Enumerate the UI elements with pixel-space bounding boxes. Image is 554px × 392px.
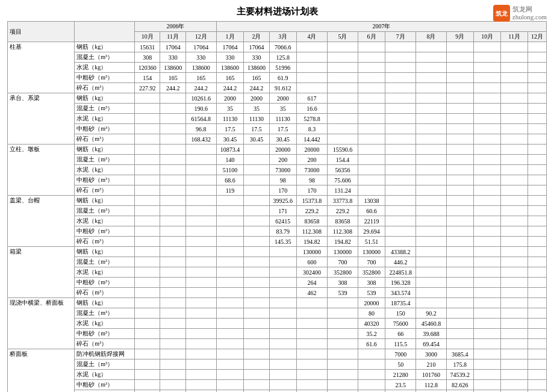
cell-value: 330 — [216, 52, 243, 63]
cell-value — [244, 339, 269, 349]
cell-value: 244.2 — [216, 83, 243, 93]
cell-value — [446, 73, 473, 83]
cell-value: 11130 — [244, 114, 269, 124]
cell-value — [528, 237, 546, 247]
cell-value: 170 — [296, 185, 327, 196]
cell-value — [244, 329, 269, 339]
table-row: 盖梁、台帽钢筋（kg）39925.615373.833773.813038 — [8, 196, 547, 206]
cell-value — [135, 185, 160, 196]
th-11b: 11月 — [501, 32, 528, 42]
cell-value: 17.5 — [244, 124, 269, 134]
section-name: 柱基 — [8, 42, 75, 93]
cell-value — [473, 155, 500, 165]
cell-value — [446, 175, 473, 185]
cell-value — [269, 257, 296, 267]
cell-value: 190.6 — [185, 104, 216, 114]
cell-value: 10873.4 — [216, 145, 243, 155]
cell-value — [135, 237, 160, 247]
cell-value — [358, 145, 385, 155]
cell-value — [216, 196, 243, 206]
cell-value — [327, 104, 358, 114]
cell-value — [185, 339, 216, 349]
cell-value — [501, 196, 528, 206]
cell-value — [446, 329, 473, 339]
cell-value: 61564.8 — [185, 114, 216, 124]
item-label: 中粗砂（m³） — [75, 175, 135, 185]
cell-value: 15373.8 — [296, 196, 327, 206]
section-name: 现浇中横梁、桥面板 — [8, 298, 75, 349]
section-name: 承台、系梁 — [8, 93, 75, 145]
cell-value — [185, 226, 216, 237]
item-label: 碎石（m³） — [75, 185, 135, 196]
cell-value: 112.308 — [327, 226, 358, 237]
cell-value — [358, 349, 385, 359]
cell-value — [135, 298, 160, 308]
cell-value — [473, 114, 500, 124]
cell-value — [528, 165, 546, 175]
cell-value — [473, 42, 500, 52]
cell-value: 17064 — [244, 42, 269, 52]
cell-value — [473, 52, 500, 63]
cell-value — [358, 104, 385, 114]
cell-value — [385, 196, 416, 206]
cell-value — [216, 339, 243, 349]
cell-value: 10261.6 — [185, 93, 216, 104]
cell-value: 539 — [327, 288, 358, 298]
cell-value — [358, 370, 385, 380]
cell-value: 83658 — [296, 216, 327, 226]
cell-value — [385, 134, 416, 145]
cell-value: 82.626 — [446, 380, 473, 390]
cell-value — [244, 359, 269, 370]
cell-value — [501, 145, 528, 155]
cell-value — [416, 93, 446, 104]
cell-value: 62415 — [269, 216, 296, 226]
item-label: 中粗砂（m³） — [75, 226, 135, 237]
cell-value: 2000 — [216, 93, 243, 104]
item-label: 中粗砂（m³） — [75, 278, 135, 288]
cell-value: 14.442 — [296, 134, 327, 145]
cell-value: 15590.6 — [327, 145, 358, 155]
cell-value — [358, 63, 385, 73]
cell-value: 229.2 — [327, 206, 358, 216]
cell-value — [473, 124, 500, 134]
cell-value — [135, 114, 160, 124]
item-label: 碎石（m³） — [75, 83, 135, 93]
cell-value — [416, 216, 446, 226]
main-table: 项目 2006年 2007年 10月 11月 12月 1月 2月 3月 4月 5… — [7, 21, 547, 392]
cell-value — [135, 124, 160, 134]
table-row: 碎石（m³）40.5194.4142.398 — [8, 390, 547, 393]
cell-value — [501, 247, 528, 257]
cell-value — [385, 73, 416, 83]
table-row: 碎石（m³）168.43230.4530.4530.4514.442 — [8, 134, 547, 145]
cell-value — [244, 155, 269, 165]
cell-value — [528, 42, 546, 52]
cell-value — [160, 114, 185, 124]
cell-value — [358, 134, 385, 145]
th-8: 8月 — [416, 32, 446, 42]
cell-value — [501, 124, 528, 134]
cell-value — [135, 339, 160, 349]
cell-value — [473, 196, 500, 206]
cell-value — [269, 349, 296, 359]
cell-value — [416, 165, 446, 175]
cell-value — [473, 267, 500, 278]
table-row: 水泥（kg）51100730007300056356 — [8, 165, 547, 175]
cell-value — [160, 278, 185, 288]
cell-value — [416, 288, 446, 298]
table-row: 立柱、墩板钢筋（kg）10873.4200002000015590.6 — [8, 145, 547, 155]
cell-value: 617 — [296, 93, 327, 104]
col-xm: 项目 — [8, 22, 75, 42]
cell-value — [358, 390, 385, 393]
cell-value — [216, 329, 243, 339]
cell-value — [269, 267, 296, 278]
cell-value — [160, 380, 185, 390]
cell-value — [269, 370, 296, 380]
cell-value — [358, 380, 385, 390]
cell-value — [528, 278, 546, 288]
th-12b: 12月 — [528, 32, 546, 42]
cell-value — [135, 93, 160, 104]
cell-value: 35.2 — [358, 329, 385, 339]
cell-value: 51100 — [216, 165, 243, 175]
cell-value — [528, 216, 546, 226]
cell-value — [160, 308, 185, 319]
